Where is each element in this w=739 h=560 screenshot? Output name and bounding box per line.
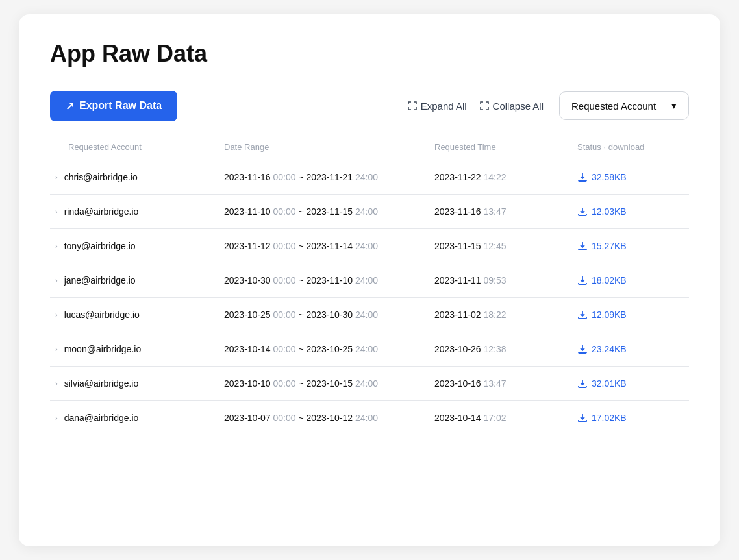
download-icon [577,172,588,182]
download-link[interactable]: 18.02KB [577,275,627,286]
collapse-all-button[interactable]: Collapse All [480,101,544,112]
row-expand-chevron[interactable]: › [55,276,58,284]
req-time: 13:47 [484,378,507,389]
date-end: 2023-11-14 [307,241,356,251]
date-start: 2023-10-30 [224,275,273,286]
row-requested-time: 2023-11-16 13:47 [429,206,572,217]
header-date-range: Date Range [219,142,429,152]
chevron-down-icon: ▾ [671,100,677,112]
date-end-time: 24:00 [355,310,378,320]
header-status-download: Status · download [572,142,689,152]
row-date-range: 2023-11-16 00:00 ~ 2023-11-21 24:00 [219,172,429,182]
row-download-cell: 17.02KB [572,413,689,423]
row-email: chris@airbridge.io [64,172,138,182]
table-row: › jane@airbridge.io 2023-10-30 00:00 ~ 2… [50,263,689,298]
req-time: 09:53 [484,275,507,286]
date-start-time: 00:00 [273,206,296,217]
row-email: moon@airbridge.io [64,344,142,354]
req-date: 2023-10-16 [434,378,484,389]
date-end: 2023-10-25 [307,344,356,354]
row-download-cell: 15.27KB [572,241,689,251]
download-icon [577,275,588,286]
download-link[interactable]: 17.02KB [577,413,627,423]
file-size: 12.03KB [592,206,627,217]
date-start: 2023-11-16 [224,172,273,182]
req-date: 2023-11-02 [434,310,484,320]
date-tilde: ~ [298,275,306,286]
req-date: 2023-11-16 [434,206,484,217]
file-size: 32.58KB [592,172,627,182]
download-link[interactable]: 23.24KB [577,344,627,354]
row-download-cell: 32.58KB [572,172,689,182]
date-tilde: ~ [298,172,306,182]
download-link[interactable]: 32.58KB [577,172,627,182]
row-expand-chevron[interactable]: › [55,380,58,387]
table-header-row: Requested Account Date Range Requested T… [50,142,689,160]
req-date: 2023-11-15 [434,241,484,251]
row-expand-chevron[interactable]: › [55,311,58,319]
download-icon [577,206,588,217]
row-requested-time: 2023-10-14 17:02 [429,413,572,423]
req-date: 2023-11-22 [434,172,484,182]
date-end-time: 24:00 [355,413,378,423]
file-size: 32.01KB [592,378,627,389]
row-account-cell: › moon@airbridge.io [50,344,219,354]
row-account-cell: › dana@airbridge.io [50,413,219,423]
account-dropdown-label: Requested Account [571,101,656,112]
table-row: › rinda@airbridge.io 2023-11-10 00:00 ~ … [50,195,689,229]
file-size: 12.09KB [592,310,627,320]
file-size: 18.02KB [592,275,627,286]
main-card: App Raw Data ↗ Export Raw Data Expand Al… [19,14,720,546]
row-date-range: 2023-10-07 00:00 ~ 2023-10-12 24:00 [219,413,429,423]
table-body: › chris@airbridge.io 2023-11-16 00:00 ~ … [50,160,689,435]
row-account-cell: › rinda@airbridge.io [50,206,219,217]
row-expand-chevron[interactable]: › [55,173,58,181]
date-end-time: 24:00 [355,378,378,389]
export-raw-data-button[interactable]: ↗ Export Raw Data [50,91,177,121]
row-expand-chevron[interactable]: › [55,242,58,250]
requested-account-dropdown[interactable]: Requested Account ▾ [559,91,689,120]
row-email: dana@airbridge.io [64,413,139,423]
download-icon [577,241,588,251]
date-end: 2023-10-12 [307,413,356,423]
req-time: 12:38 [484,344,507,354]
collapse-icon [480,101,489,110]
row-expand-chevron[interactable]: › [55,208,58,215]
date-start-time: 00:00 [273,310,296,320]
row-requested-time: 2023-10-26 12:38 [429,344,572,354]
req-date: 2023-11-11 [434,275,484,286]
table-row: › silvia@airbridge.io 2023-10-10 00:00 ~… [50,367,689,401]
table-row: › moon@airbridge.io 2023-10-14 00:00 ~ 2… [50,332,689,367]
row-email: tony@airbridge.io [64,241,136,251]
export-button-label: Export Raw Data [79,100,162,112]
row-requested-time: 2023-11-22 14:22 [429,172,572,182]
date-start: 2023-10-14 [224,344,273,354]
table-row: › lucas@airbridge.io 2023-10-25 00:00 ~ … [50,298,689,332]
expand-icon [408,101,417,110]
row-download-cell: 23.24KB [572,344,689,354]
row-download-cell: 18.02KB [572,275,689,286]
expand-all-button[interactable]: Expand All [408,101,467,112]
page-title: App Raw Data [50,40,689,67]
req-time: 12:45 [484,241,507,251]
date-start: 2023-11-12 [224,241,273,251]
expand-all-label: Expand All [421,101,467,112]
download-link[interactable]: 12.09KB [577,310,627,320]
date-end-time: 24:00 [355,172,378,182]
row-requested-time: 2023-11-02 18:22 [429,310,572,320]
table-row: › chris@airbridge.io 2023-11-16 00:00 ~ … [50,160,689,195]
download-link[interactable]: 15.27KB [577,241,627,251]
date-tilde: ~ [298,206,306,217]
file-size: 15.27KB [592,241,627,251]
row-download-cell: 32.01KB [572,378,689,389]
row-requested-time: 2023-10-16 13:47 [429,378,572,389]
date-start: 2023-11-10 [224,206,273,217]
download-link[interactable]: 32.01KB [577,378,627,389]
date-end: 2023-11-10 [307,275,356,286]
date-tilde: ~ [298,413,306,423]
date-tilde: ~ [298,241,306,251]
download-link[interactable]: 12.03KB [577,206,627,217]
row-expand-chevron[interactable]: › [55,414,58,422]
row-expand-chevron[interactable]: › [55,345,58,353]
row-email: rinda@airbridge.io [64,206,139,217]
